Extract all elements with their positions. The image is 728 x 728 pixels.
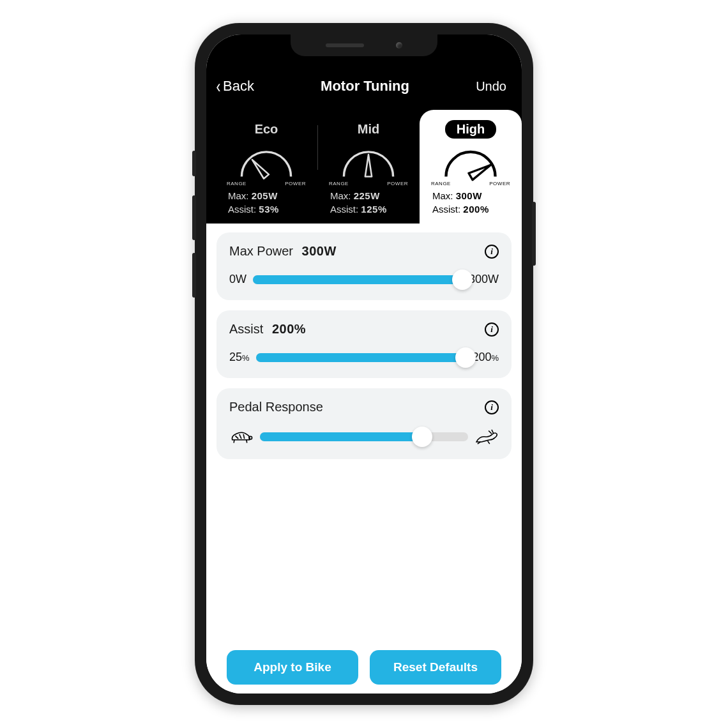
undo-button[interactable]: Undo: [476, 79, 506, 94]
chevron-left-icon: ‹: [216, 77, 221, 96]
slider-min-label: 0W: [229, 273, 246, 286]
slider-max-label: 300W: [469, 273, 499, 286]
gauge-icon: [333, 144, 404, 182]
info-icon[interactable]: i: [485, 322, 499, 337]
page-title: Motor Tuning: [321, 78, 409, 95]
mode-tab-mid[interactable]: Mid RANGE POWER Max: 225W Assist:: [317, 110, 420, 224]
mode-tab-high[interactable]: High RANGE POWER Max: 300W Assist:: [420, 110, 522, 224]
gauge-icon: [231, 144, 301, 182]
rabbit-icon: [474, 428, 499, 445]
phone-notch: [291, 34, 437, 56]
mode-tab-eco[interactable]: Eco RANGE POWER Max: 205W Assist:: [215, 110, 317, 224]
range-label: RANGE: [431, 181, 451, 186]
slider-min-label: 25%: [229, 351, 250, 364]
screen: ‹ Back Motor Tuning Undo Eco: [206, 34, 522, 694]
pedal-response-slider[interactable]: [260, 432, 468, 441]
navbar: ‹ Back Motor Tuning Undo: [206, 70, 522, 110]
pedal-response-panel: Pedal Response i: [216, 388, 512, 459]
mode-name: Mid: [346, 120, 391, 139]
slider-thumb[interactable]: [455, 347, 476, 368]
power-label: POWER: [489, 181, 510, 186]
phone-side-button: [532, 202, 536, 266]
slider-max-label: 200%: [472, 351, 499, 364]
info-icon[interactable]: i: [485, 245, 499, 259]
max-power-title: Max Power 300W: [229, 244, 337, 259]
pedal-response-title: Pedal Response: [229, 400, 323, 414]
phone-side-button: [192, 253, 196, 298]
header-area: ‹ Back Motor Tuning Undo Eco: [206, 34, 522, 224]
mode-name: Eco: [243, 120, 290, 139]
turtle-icon: [229, 428, 254, 445]
assist-panel: Assist 200% i 25% 200%: [216, 310, 512, 378]
reset-button[interactable]: Reset Defaults: [370, 650, 501, 685]
info-icon[interactable]: i: [485, 400, 499, 414]
max-power-panel: Max Power 300W i 0W 300W: [216, 232, 512, 300]
assist-title: Assist 200%: [229, 322, 306, 337]
power-label: POWER: [285, 181, 306, 186]
power-label: POWER: [387, 181, 408, 186]
content: Max Power 300W i 0W 300W: [206, 224, 522, 694]
assist-slider[interactable]: [256, 353, 466, 362]
gauge-icon: [436, 144, 506, 182]
svg-point-0: [249, 436, 252, 439]
apply-button[interactable]: Apply to Bike: [227, 650, 358, 685]
back-label: Back: [223, 78, 254, 95]
back-button[interactable]: ‹ Back: [215, 77, 254, 96]
mode-tabs: Eco RANGE POWER Max: 205W Assist:: [215, 110, 522, 224]
max-power-slider[interactable]: [253, 275, 462, 284]
phone-side-button: [192, 151, 196, 176]
slider-thumb[interactable]: [452, 269, 473, 290]
slider-thumb[interactable]: [412, 427, 432, 447]
phone-frame: ‹ Back Motor Tuning Undo Eco: [195, 23, 533, 705]
mode-name: High: [445, 120, 496, 139]
range-label: RANGE: [329, 181, 349, 186]
range-label: RANGE: [227, 181, 246, 186]
footer-actions: Apply to Bike Reset Defaults: [216, 650, 512, 694]
phone-side-button: [192, 195, 196, 240]
